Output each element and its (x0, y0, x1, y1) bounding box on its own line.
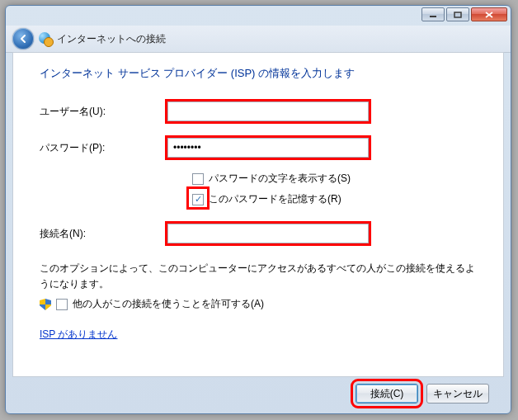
back-arrow-icon (17, 33, 29, 45)
connection-name-label: 接続名(N): (40, 227, 167, 241)
remember-password-label: このパスワードを記憶する(R) (209, 192, 341, 206)
show-password-row: パスワードの文字を表示する(S) (192, 172, 477, 186)
connection-name-input[interactable] (167, 224, 369, 243)
connect-button-label: 接続(C) (370, 387, 404, 401)
show-password-checkbox[interactable] (192, 173, 204, 185)
password-input[interactable]: •••••••• (167, 138, 369, 158)
connect-button[interactable]: 接続(C) (356, 384, 418, 403)
wizard-header: インターネットへの接続 (6, 26, 511, 53)
window-title: インターネットへの接続 (57, 32, 166, 46)
password-label: パスワード(P): (40, 141, 167, 155)
maximize-button[interactable] (446, 7, 469, 21)
maximize-icon (454, 12, 462, 18)
option-note: このオプションによって、このコンピューターにアクセスがあるすべての人がこの接続を… (40, 261, 477, 292)
cancel-button-label: キャンセル (433, 387, 483, 401)
no-isp-link[interactable]: ISP がありません (40, 328, 117, 342)
username-label: ユーザー名(U): (40, 105, 167, 119)
page-heading: インターネット サービス プロバイダー (ISP) の情報を入力します (40, 66, 477, 81)
footer: 接続(C) キャンセル (12, 379, 504, 408)
titlebar (6, 6, 511, 26)
remember-password-row: このパスワードを記憶する(R) (192, 192, 477, 206)
internet-connection-icon (39, 32, 52, 45)
allow-others-checkbox[interactable] (56, 299, 68, 310)
allow-others-row: 他の人がこの接続を使うことを許可する(A) (40, 297, 477, 311)
remember-password-checkbox[interactable] (192, 194, 204, 205)
connection-name-row: 接続名(N): (40, 221, 477, 246)
close-icon (484, 11, 494, 19)
minimize-icon (429, 12, 437, 18)
back-button[interactable] (12, 28, 34, 50)
password-row: パスワード(P): •••••••• (40, 135, 477, 160)
minimize-button[interactable] (421, 7, 445, 21)
content-area: インターネット サービス プロバイダー (ISP) の情報を入力します ユーザー… (12, 52, 504, 377)
password-value: •••••••• (173, 142, 201, 153)
shield-icon (40, 299, 51, 310)
show-password-label: パスワードの文字を表示する(S) (209, 172, 351, 186)
close-button[interactable] (471, 7, 507, 21)
svg-rect-1 (454, 12, 461, 17)
wizard-window: インターネットへの接続 インターネット サービス プロバイダー (ISP) の情… (5, 5, 511, 414)
allow-others-label: 他の人がこの接続を使うことを許可する(A) (73, 297, 264, 311)
svg-rect-0 (430, 16, 436, 17)
cancel-button[interactable]: キャンセル (426, 384, 489, 403)
username-row: ユーザー名(U): (40, 99, 477, 124)
username-input[interactable] (167, 101, 369, 121)
